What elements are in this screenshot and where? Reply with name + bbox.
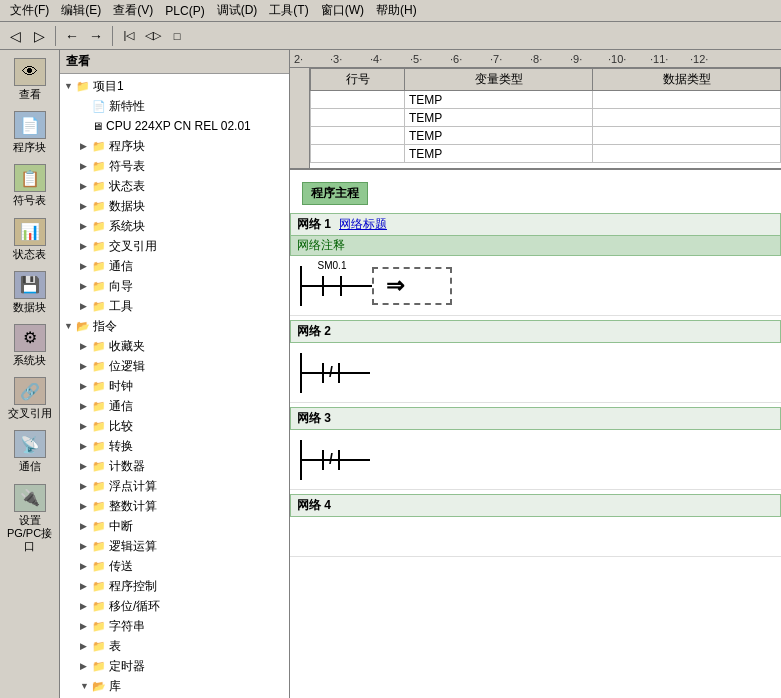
tree-item[interactable]: ▼ 📁 项目1 <box>60 76 289 96</box>
tree-node-icon: 📁 <box>92 577 106 595</box>
tree-item[interactable]: ▶ 📁 向导 <box>60 276 289 296</box>
tree-node-label: 通信 <box>109 397 133 415</box>
h-line-2 <box>340 372 370 374</box>
tree-item[interactable]: ▶ 📁 字符串 <box>60 616 289 636</box>
network-block: 网络 1网络标题网络注释 SM0.1 <box>290 213 781 316</box>
tree-item[interactable]: ▶ 📁 浮点计算 <box>60 476 289 496</box>
tree-node-label: 定时器 <box>109 657 145 675</box>
tree-item[interactable]: ▶ 📁 转换 <box>60 436 289 456</box>
tree-expand-icon: ▶ <box>80 497 92 515</box>
sidebar-item-view[interactable]: 👁 查看 <box>2 54 58 105</box>
vartable-row[interactable]: TEMP <box>311 127 781 145</box>
toolbar-btn-step-back[interactable]: |◁ <box>118 25 140 47</box>
h-line-1 <box>302 285 322 287</box>
tree-node-label: 时钟 <box>109 377 133 395</box>
tree-item[interactable]: ▶ 📁 时钟 <box>60 376 289 396</box>
tree-item[interactable]: ▶ 📁 计数器 <box>60 456 289 476</box>
nc-right-bar <box>338 363 340 383</box>
contact-right-bar <box>340 276 342 296</box>
tree-item[interactable]: ▶ 📁 工具 <box>60 296 289 316</box>
toolbar-btn-stop[interactable]: □ <box>166 25 188 47</box>
sidebar-item-data[interactable]: 💾 数据块 <box>2 267 58 318</box>
tree-item[interactable]: ▶ 📁 比较 <box>60 416 289 436</box>
toolbar-btn-forward[interactable]: ▷ <box>28 25 50 47</box>
toolbar-btn-left[interactable]: ← <box>61 25 83 47</box>
tree-item[interactable]: ▶ 📁 通信 <box>60 396 289 416</box>
sidebar-item-symbol[interactable]: 📋 符号表 <box>2 160 58 211</box>
sidebar-system-label: 系统块 <box>13 354 46 367</box>
tree-item[interactable]: ▶ 📁 位逻辑 <box>60 356 289 376</box>
vartable-cell-vartype: TEMP <box>405 109 593 127</box>
tree-item[interactable]: 📄 新特性 <box>60 96 289 116</box>
tree-item[interactable]: ▼ 📂 指令 <box>60 316 289 336</box>
toolbar: ◁ ▷ ← → |◁ ◁▷ □ <box>0 22 781 50</box>
menu-file[interactable]: 文件(F) <box>4 1 55 20</box>
network-link[interactable]: 网络标题 <box>339 216 387 233</box>
contact-sm01[interactable]: SM0.1 <box>322 276 342 296</box>
ladder-area[interactable]: 程序主程 网络 1网络标题网络注释 SM0.1 <box>290 170 781 698</box>
tree-node-label: 工具 <box>109 297 133 315</box>
tree-node-label: 传送 <box>109 557 133 575</box>
sidebar-item-system[interactable]: ⚙ 系统块 <box>2 320 58 371</box>
tree-item[interactable]: ▶ 📁 状态表 <box>60 176 289 196</box>
rung-line: SM0.1 ⇒ <box>300 266 771 306</box>
menu-window[interactable]: 窗口(W) <box>315 1 370 20</box>
nc-right-bar <box>338 450 340 470</box>
sidebar-item-crossref[interactable]: 🔗 交叉引用 <box>2 373 58 424</box>
sidebar-item-status[interactable]: 📊 状态表 <box>2 214 58 265</box>
contact-nc[interactable]: / <box>322 363 340 383</box>
tree-node-icon: 📁 <box>92 397 106 415</box>
tree-item[interactable]: ▶ 📁 移位/循环 <box>60 596 289 616</box>
col-datatype: 数据类型 <box>593 69 781 91</box>
tree-node-icon: 📁 <box>92 617 106 635</box>
menu-debug[interactable]: 调试(D) <box>211 1 264 20</box>
vartable-row[interactable]: TEMP <box>311 145 781 163</box>
sidebar-comm-label: 通信 <box>19 460 41 473</box>
vartable-row[interactable]: TEMP <box>311 91 781 109</box>
vartable-cell-rownum <box>311 109 405 127</box>
vartable-cell-datatype <box>593 91 781 109</box>
vartable-cell-vartype: TEMP <box>405 91 593 109</box>
tree-item[interactable]: ▶ 📁 定时器 <box>60 656 289 676</box>
toolbar-btn-right[interactable]: → <box>85 25 107 47</box>
tree-item[interactable]: ▶ 📁 传送 <box>60 556 289 576</box>
menu-help[interactable]: 帮助(H) <box>370 1 423 20</box>
tree-item[interactable]: ▶ 📁 通信 <box>60 256 289 276</box>
toolbar-btn-play[interactable]: ◁▷ <box>142 25 164 47</box>
vartable-cell-datatype <box>593 145 781 163</box>
tree-content[interactable]: ▼ 📁 项目1 📄 新特性 🖥 CPU 224XP CN REL 02.01 ▶… <box>60 74 289 698</box>
tree-item[interactable]: ▶ 📁 数据块 <box>60 196 289 216</box>
sidebar-item-pgpc[interactable]: 🔌 设置PG/PC接口 <box>2 480 58 558</box>
tree-item[interactable]: ▶ 📁 逻辑运算 <box>60 536 289 556</box>
sidebar-item-comm[interactable]: 📡 通信 <box>2 426 58 477</box>
contact-nc[interactable]: / <box>322 450 340 470</box>
coil-box[interactable]: ⇒ <box>372 267 452 305</box>
vartable-row[interactable]: TEMP <box>311 109 781 127</box>
tree-item[interactable]: ▶ 📁 收藏夹 <box>60 336 289 356</box>
tree-item[interactable]: ▶ 📁 表 <box>60 636 289 656</box>
tree-node-label: 字符串 <box>109 617 145 635</box>
ruler-10: ·10· <box>608 53 626 65</box>
tree-expand-icon: ▶ <box>80 337 92 355</box>
tree-item[interactable]: ▼ 📂 库 <box>60 676 289 696</box>
tree-node-icon: 📁 <box>92 657 106 675</box>
tree-item[interactable]: ▶ 📁 交叉引用 <box>60 236 289 256</box>
menu-view[interactable]: 查看(V) <box>107 1 159 20</box>
tree-item[interactable]: ▶ 📁 中断 <box>60 516 289 536</box>
tree-expand-icon: ▶ <box>80 277 92 295</box>
toolbar-btn-back[interactable]: ◁ <box>4 25 26 47</box>
menu-tools[interactable]: 工具(T) <box>263 1 314 20</box>
tree-item[interactable]: ▶ 📁 整数计算 <box>60 496 289 516</box>
tree-item[interactable]: ▶ 📁 程序块 <box>60 136 289 156</box>
tree-node-icon: 📄 <box>92 97 106 115</box>
var-table-container: 行号 变量类型 数据类型 TEMP TEMP TEMP TEMP <box>290 68 781 168</box>
sidebar-item-program[interactable]: 📄 程序块 <box>2 107 58 158</box>
tree-item[interactable]: ▶ 📁 符号表 <box>60 156 289 176</box>
tree-item[interactable]: 🖥 CPU 224XP CN REL 02.01 <box>60 116 289 136</box>
tree-item[interactable]: ▶ 📁 系统块 <box>60 216 289 236</box>
menu-plc[interactable]: PLC(P) <box>159 3 210 19</box>
menu-edit[interactable]: 编辑(E) <box>55 1 107 20</box>
nc-slash: / <box>324 364 338 380</box>
contact-mid <box>324 285 340 287</box>
tree-item[interactable]: ▶ 📁 程序控制 <box>60 576 289 596</box>
